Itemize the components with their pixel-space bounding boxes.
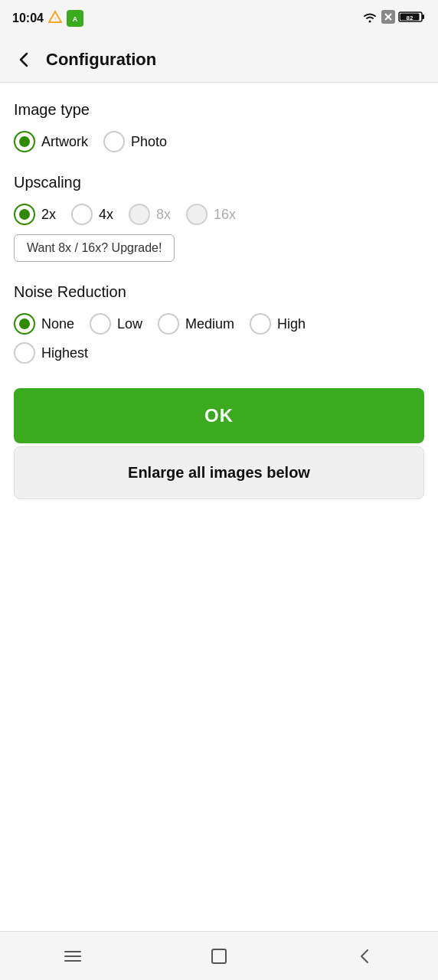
upscaling-title: Upscaling — [14, 174, 424, 191]
radio-8x[interactable] — [129, 204, 150, 225]
image-type-options: Artwork Photo — [14, 131, 424, 152]
label-high: High — [277, 316, 306, 332]
enlarge-button[interactable]: Enlarge all images below — [14, 446, 424, 499]
app-badge-icon: A — [67, 10, 83, 27]
wifi-icon — [361, 10, 378, 27]
back-button[interactable] — [12, 47, 37, 72]
radio-none[interactable] — [14, 313, 35, 335]
label-8x: 8x — [156, 207, 171, 223]
nav-bar — [0, 931, 438, 980]
noise-reduction-row2: Highest — [14, 342, 424, 364]
radio-2x[interactable] — [14, 204, 35, 225]
nav-menu-button[interactable] — [50, 939, 96, 973]
status-time: 10:04 — [12, 11, 44, 25]
noise-highest[interactable]: Highest — [14, 342, 88, 364]
svg-text:82: 82 — [407, 15, 413, 21]
radio-high[interactable] — [250, 313, 271, 335]
upscaling-16x[interactable]: 16x — [186, 204, 236, 225]
label-highest: Highest — [41, 345, 88, 361]
image-type-photo[interactable]: Photo — [103, 131, 167, 152]
noise-reduction-title: Noise Reduction — [14, 283, 424, 301]
upscaling-8x[interactable]: 8x — [129, 204, 171, 225]
upscaling-options: 2x 4x 8x 16x — [14, 204, 424, 225]
label-none: None — [41, 316, 74, 332]
label-4x: 4x — [99, 207, 113, 223]
svg-point-4 — [369, 21, 371, 23]
artwork-radio[interactable] — [14, 131, 35, 152]
upscaling-section: Upscaling 2x 4x 8x 16x Want 8x / 1 — [14, 174, 424, 262]
buttons-section: OK Enlarge all images below — [14, 388, 424, 499]
label-2x: 2x — [41, 207, 56, 223]
svg-rect-9 — [422, 15, 424, 19]
noise-medium[interactable]: Medium — [158, 313, 234, 335]
radio-highest[interactable] — [14, 342, 35, 364]
main-content: Image type Artwork Photo Upscaling 2x — [0, 83, 438, 980]
battery-icon: 82 — [398, 10, 426, 27]
nav-back-button[interactable] — [342, 939, 388, 973]
upscaling-2x[interactable]: 2x — [14, 204, 56, 225]
page-title: Configuration — [46, 50, 156, 70]
noise-none[interactable]: None — [14, 313, 74, 335]
status-bar-left: 10:04 ! A — [12, 10, 83, 27]
photo-radio[interactable] — [103, 131, 125, 152]
artwork-label: Artwork — [41, 134, 88, 150]
label-low: Low — [117, 316, 142, 332]
status-bar-right: 82 — [361, 10, 426, 27]
image-type-artwork[interactable]: Artwork — [14, 131, 88, 152]
nav-home-button[interactable] — [196, 939, 242, 973]
ok-button[interactable]: OK — [14, 388, 424, 443]
warning-icon: ! — [48, 10, 62, 27]
photo-label: Photo — [131, 134, 167, 150]
signal-x-icon — [381, 10, 395, 27]
image-type-title: Image type — [14, 101, 424, 119]
label-medium: Medium — [185, 316, 234, 332]
noise-reduction-section: Noise Reduction None Low Medium High — [14, 283, 424, 364]
upscaling-4x[interactable]: 4x — [71, 204, 113, 225]
noise-high[interactable]: High — [250, 313, 306, 335]
radio-16x[interactable] — [186, 204, 208, 225]
upgrade-button[interactable]: Want 8x / 16x? Upgrade! — [14, 234, 175, 262]
header: Configuration — [0, 37, 438, 83]
radio-low[interactable] — [90, 313, 111, 335]
svg-rect-15 — [212, 949, 226, 963]
svg-text:!: ! — [54, 15, 56, 22]
image-type-section: Image type Artwork Photo — [14, 101, 424, 152]
svg-text:A: A — [73, 15, 78, 23]
label-16x: 16x — [214, 207, 236, 223]
noise-low[interactable]: Low — [90, 313, 142, 335]
radio-4x[interactable] — [71, 204, 93, 225]
status-bar: 10:04 ! A — [0, 0, 438, 37]
radio-medium[interactable] — [158, 313, 179, 335]
noise-reduction-row1: None Low Medium High — [14, 313, 424, 335]
